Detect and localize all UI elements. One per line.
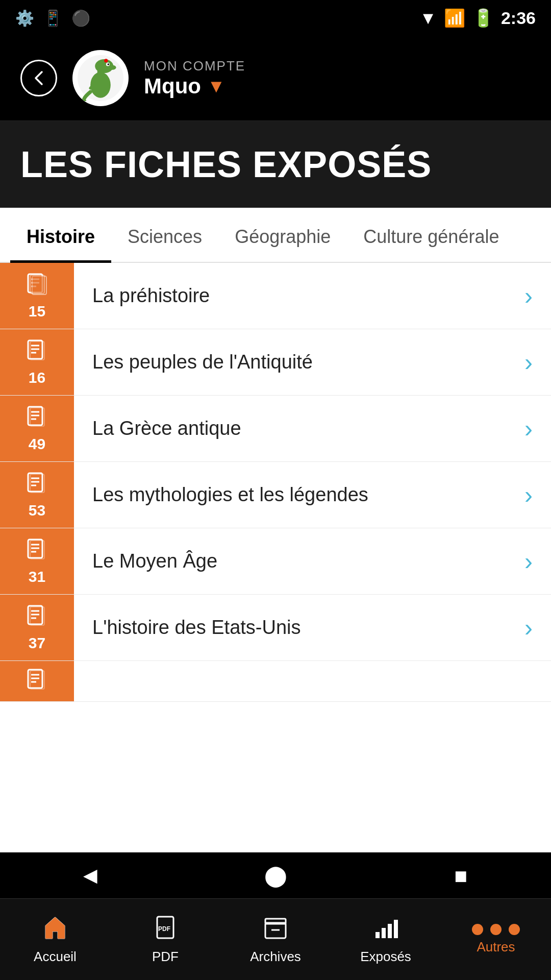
android-back-button[interactable]: ◀ xyxy=(83,865,97,886)
nav-exposes-label: Exposés xyxy=(360,949,411,965)
list-item-title: Les mythologies et les légendes xyxy=(74,462,524,528)
list-item[interactable]: 31 Le Moyen Âge › xyxy=(0,528,551,595)
list-item-badge: 16 xyxy=(0,329,74,395)
page-title: LES FICHES EXPOSÉS xyxy=(20,143,531,185)
badge-count: 15 xyxy=(29,303,45,320)
list-item-title xyxy=(74,661,551,701)
battery-icon: 🔋 xyxy=(472,8,494,28)
status-bar: ⚙️ 📱 ⚫ ▼ 📶 🔋 2:36 xyxy=(0,0,551,36)
nav-pdf[interactable]: PDF PDF xyxy=(110,899,220,980)
document-icon xyxy=(25,668,49,695)
list-item[interactable]: 37 L'histoire des Etats-Unis › xyxy=(0,595,551,661)
svg-rect-51 xyxy=(382,928,386,938)
svg-rect-53 xyxy=(394,920,398,938)
dot-3 xyxy=(509,924,520,935)
android-square-button[interactable]: ◼ xyxy=(454,866,468,885)
chevron-down-icon: ▼ xyxy=(207,76,226,97)
exposes-icon xyxy=(372,915,399,945)
list-item[interactable]: 15 La préhistoire › xyxy=(0,263,551,329)
chevron-right-icon: › xyxy=(524,396,551,461)
list-item[interactable] xyxy=(0,661,551,702)
nav-accueil-label: Accueil xyxy=(34,949,77,965)
chevron-right-icon: › xyxy=(524,263,551,329)
svg-rect-48 xyxy=(265,919,286,924)
nav-accueil[interactable]: Accueil xyxy=(0,899,110,980)
nav-autres[interactable]: Autres xyxy=(441,899,551,980)
avatar xyxy=(72,50,129,106)
list-item-badge: 15 xyxy=(0,263,74,329)
settings-icon: ⚙️ xyxy=(15,9,34,27)
badge-count: 16 xyxy=(29,369,45,386)
autres-icon xyxy=(472,924,520,935)
chevron-right-icon: › xyxy=(524,462,551,528)
svg-rect-14 xyxy=(30,275,44,293)
status-right: ▼ 📶 🔋 2:36 xyxy=(419,8,536,28)
badge-count: 53 xyxy=(29,502,45,519)
dots-indicator xyxy=(472,924,520,935)
sim-icon: 📱 xyxy=(43,9,62,27)
home-icon xyxy=(42,915,68,945)
badge-count: 37 xyxy=(29,634,45,652)
tab-sciences[interactable]: Sciences xyxy=(111,208,218,262)
android-home-button[interactable]: ⬤ xyxy=(264,864,287,887)
list-item[interactable]: 53 Les mythologies et les légendes › xyxy=(0,462,551,528)
list-item-title: L'histoire des Etats-Unis xyxy=(74,595,524,660)
nav-archives-label: Archives xyxy=(250,949,301,965)
list-item-title: Le Moyen Âge xyxy=(74,528,524,594)
tab-histoire[interactable]: Histoire xyxy=(10,208,111,262)
list-item-title: La Grèce antique xyxy=(74,396,524,461)
list-item-badge: 49 xyxy=(0,396,74,461)
document-icon xyxy=(25,338,49,366)
nav-exposes[interactable]: Exposés xyxy=(331,899,441,980)
android-nav-bar: ◀ ⬤ ◼ xyxy=(0,852,551,898)
mon-compte-label: MON COMPTE xyxy=(144,58,245,74)
status-left: ⚙️ 📱 ⚫ xyxy=(15,9,90,27)
account-info: MON COMPTE Mquo ▼ xyxy=(144,58,245,99)
circle-icon: ⚫ xyxy=(71,9,90,27)
chevron-right-icon: › xyxy=(524,329,551,395)
list-item[interactable]: 49 La Grèce antique › xyxy=(0,396,551,462)
pdf-icon: PDF xyxy=(152,915,179,945)
list-item-badge: 31 xyxy=(0,528,74,594)
account-name-row[interactable]: Mquo ▼ xyxy=(144,74,245,99)
svg-point-7 xyxy=(109,65,116,70)
tab-culture[interactable]: Culture générale xyxy=(347,208,515,262)
badge-count: 49 xyxy=(29,435,45,453)
wifi-icon: ▼ xyxy=(419,8,437,28)
list-item-badge xyxy=(0,661,74,701)
svg-rect-52 xyxy=(388,924,392,938)
list-item-badge: 37 xyxy=(0,595,74,660)
category-list: 15 La préhistoire › 16 Les peuples de l'… xyxy=(0,263,551,835)
chevron-right-icon: › xyxy=(524,528,551,594)
document-icon xyxy=(25,604,49,631)
dot-2 xyxy=(490,924,502,935)
svg-point-5 xyxy=(108,63,110,65)
svg-point-6 xyxy=(104,59,108,62)
bottom-nav: Accueil PDF PDF Archives xyxy=(0,898,551,980)
list-item[interactable]: 16 Les peuples de l'Antiquité › xyxy=(0,329,551,396)
badge-count: 31 xyxy=(29,568,45,585)
nav-autres-label: Autres xyxy=(477,939,515,955)
account-name: Mquo xyxy=(144,74,201,99)
tabs-bar: Histoire Sciences Géographie Culture gén… xyxy=(0,208,551,263)
list-item-title: Les peuples de l'Antiquité xyxy=(74,329,524,395)
document-icon xyxy=(25,471,49,499)
list-item-badge: 53 xyxy=(0,462,74,528)
document-icon xyxy=(25,405,49,432)
svg-rect-50 xyxy=(375,932,380,938)
header: MON COMPTE Mquo ▼ xyxy=(0,36,551,121)
time-display: 2:36 xyxy=(501,8,536,28)
list-item-title: La préhistoire xyxy=(74,263,524,329)
title-section: LES FICHES EXPOSÉS xyxy=(0,121,551,208)
chevron-right-icon: › xyxy=(524,595,551,660)
signal-icon: 📶 xyxy=(444,8,465,28)
archives-icon xyxy=(262,915,289,945)
tab-geographie[interactable]: Géographie xyxy=(218,208,347,262)
dot-1 xyxy=(472,924,483,935)
nav-pdf-label: PDF xyxy=(152,949,179,965)
svg-text:PDF: PDF xyxy=(158,925,170,933)
back-button[interactable] xyxy=(20,60,57,96)
document-icon xyxy=(25,272,49,300)
document-icon xyxy=(25,537,49,565)
nav-archives[interactable]: Archives xyxy=(220,899,331,980)
